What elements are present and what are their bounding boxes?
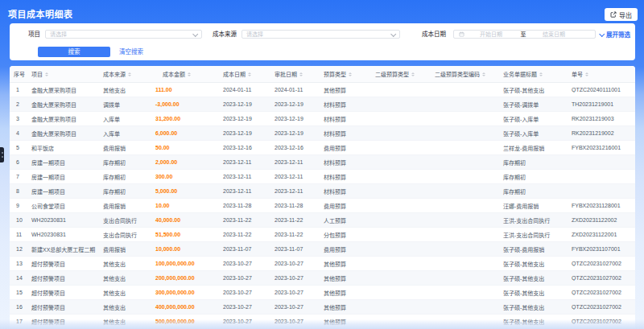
sort-icon[interactable] [349, 72, 352, 76]
table-row[interactable]: 16超付预警项目其他支出400,000,000.002023-10-272023… [10, 300, 635, 315]
cell-doc_no: QTZC20231027002 [570, 290, 635, 295]
cell-seq: 11 [10, 232, 30, 237]
column-header-amount[interactable]: 成本金额 [154, 70, 221, 78]
cell-budget_type: 费用预算 [322, 144, 374, 152]
cell-seq: 2 [10, 101, 30, 107]
project-select[interactable]: 请选择 [45, 30, 202, 39]
cell-amount: 200,000,000.00 [154, 275, 221, 281]
cell-approve_date: 2023-12-19 [273, 116, 322, 121]
column-header-budget_type[interactable]: 预算类型 [322, 70, 374, 78]
filter-panel: 项目 请选择 成本来源 请选择 成本日期 开始日期 至 结束日期 展开筛选 搜索… [10, 23, 635, 60]
sort-icon[interactable] [128, 72, 131, 76]
table-row[interactable]: 15超付预警项目其他支出300,000,000.002023-10-272023… [10, 286, 635, 300]
cell-amount: -3,000.00 [154, 101, 221, 107]
cell-doc_no: RK20231219003 [570, 116, 635, 121]
export-button[interactable]: 导出 [605, 8, 638, 21]
cell-approve_date: 2023-10-27 [273, 275, 322, 281]
cell-approve_date: 2023-11-07 [273, 246, 322, 252]
chevron-down-icon [391, 32, 395, 36]
project-filter-label: 项目 [16, 30, 40, 39]
table-row[interactable]: 12新建XX总部大厦工程二期费用报销10,000.002023-11-07202… [10, 242, 635, 257]
cell-source: 其他支出 [101, 318, 154, 326]
start-date-placeholder[interactable]: 开始日期 [464, 30, 518, 38]
table-row[interactable]: 13超付预警项目其他支出100,000,000.002023-10-272023… [10, 257, 635, 271]
column-header-budget_type2[interactable]: 二级预算类型 [374, 70, 433, 78]
column-header-doc_title[interactable]: 业务单据标题 [502, 70, 570, 78]
cell-doc_title: 王洪-支出合同执行 [502, 231, 570, 239]
cell-seq: 1 [10, 87, 30, 93]
sort-icon[interactable] [585, 72, 588, 76]
search-button[interactable]: 搜索 [38, 47, 110, 58]
column-header-doc_no[interactable]: 单号 [570, 70, 635, 78]
sort-icon[interactable] [411, 72, 415, 76]
cell-approve_date: 2023-12-11 [273, 174, 322, 179]
cell-source: 费用报销 [101, 202, 154, 210]
cost-date-range-input[interactable]: 开始日期 至 结束日期 [453, 30, 596, 39]
cell-seq: 16 [10, 304, 30, 310]
cell-doc_no: QTZC20240111001 [570, 87, 635, 93]
cell-cost_date: 2023-12-11 [221, 188, 273, 194]
sort-icon[interactable] [188, 72, 191, 76]
cell-source: 调拨单 [101, 101, 154, 109]
table-row[interactable]: 7房建一期项目库存期初300.002023-12-112023-12-11材料预… [10, 170, 635, 184]
cell-budget_type: 材料预算 [322, 130, 374, 138]
table-row[interactable]: 3金融大厦采购项目入库单31,200.002023-12-192023-12-1… [10, 112, 635, 126]
clear-search-button[interactable]: 清空搜索 [119, 47, 143, 58]
table-row[interactable]: 9公司食堂项目费用报销10.002023-11-282023-11-28费用预算… [10, 199, 635, 213]
page-header: 项目成本明细表 导出 [0, 0, 644, 23]
sort-icon[interactable] [45, 72, 48, 76]
table-row[interactable]: 8房建一期项目库存期初5,000.002023-12-112023-12-11材… [10, 184, 635, 199]
table-header-row: 序号项目成本来源成本金额成本日期审批日期预算类型二级预算类型二级预算类型编码业务… [10, 66, 635, 83]
cell-amount: 10,000.00 [154, 246, 221, 252]
cell-approve_date: 2023-10-27 [273, 304, 322, 310]
column-header-approve_date[interactable]: 审批日期 [273, 70, 322, 78]
table-row[interactable]: 14超付预警项目其他支出200,000,000.002023-10-272023… [10, 271, 635, 286]
sort-icon[interactable] [248, 72, 251, 76]
cell-source: 其他支出 [101, 289, 154, 297]
cell-project: 超付预警项目 [30, 303, 101, 311]
cost-source-select-placeholder: 请选择 [246, 30, 391, 38]
table-row[interactable]: 1金融大厦采购项目其他支出111.002024-01-112024-01-11其… [10, 83, 635, 97]
cell-amount: 300.00 [154, 174, 221, 179]
cell-budget_type: 人工预算 [322, 216, 374, 224]
expand-filters-link[interactable]: 展开筛选 [599, 29, 630, 39]
table-row[interactable]: 5和平饭店费用报销50.002023-12-162023-12-16费用预算兰祥… [10, 141, 635, 155]
column-header-project[interactable]: 项目 [30, 70, 101, 78]
column-header-budget_code[interactable]: 二级预算类型编码 [433, 70, 502, 78]
cost-source-select[interactable]: 请选择 [242, 30, 400, 39]
cell-budget_type: 材料预算 [322, 173, 374, 181]
table-row[interactable]: 11WH20230831支出合同执行51,500.002023-11-22202… [10, 228, 635, 242]
cell-cost_date: 2023-12-19 [221, 101, 273, 107]
table-row[interactable]: 17超付预警项目其他支出500,000,000.002023-10-272023… [10, 315, 635, 329]
cell-doc_title: 汪娜-费用报销 [502, 202, 570, 210]
end-date-placeholder[interactable]: 结束日期 [529, 30, 579, 38]
cell-doc_title: 王洪-支出合同执行 [502, 216, 570, 224]
table-row[interactable]: 6房建一期项目库存期初2,000.002023-12-112023-12-11材… [10, 155, 635, 170]
cell-doc_title: 库存期初 [502, 158, 570, 167]
cell-cost_date: 2023-11-07 [221, 246, 273, 252]
cell-project: 金融大厦采购项目 [30, 86, 101, 94]
cell-project: 金融大厦采购项目 [30, 115, 101, 123]
table-row[interactable]: 4金融大厦采购项目入库单6,000.002023-12-192023-12-19… [10, 126, 635, 141]
cell-approve_date: 2023-12-11 [273, 188, 322, 194]
sort-icon[interactable] [299, 72, 303, 76]
cell-doc_no: RK20231219002 [570, 130, 635, 136]
sort-icon[interactable] [482, 72, 485, 76]
column-header-source[interactable]: 成本来源 [101, 70, 154, 78]
table-row[interactable]: 2金融大厦采购项目调拨单-3,000.002023-12-192023-12-1… [10, 97, 635, 112]
column-header-cost_date[interactable]: 成本日期 [221, 70, 273, 78]
table-row[interactable]: 10WH20230831支出合同执行40,000.002023-11-22202… [10, 213, 635, 228]
sort-icon[interactable] [539, 72, 543, 76]
column-header-label: 项目 [31, 70, 43, 78]
cell-source: 支出合同执行 [101, 216, 154, 224]
cell-seq: 9 [10, 203, 30, 208]
cell-source: 费用报销 [101, 245, 154, 253]
cell-amount: 31,200.00 [154, 116, 221, 121]
cell-doc_no: QTZC20231027002 [570, 261, 635, 266]
cell-source: 其他支出 [101, 86, 154, 94]
cost-source-filter-label: 成本来源 [209, 30, 237, 39]
cell-budget_type: 费用预算 [322, 202, 374, 210]
cell-cost_date: 2023-10-27 [221, 304, 273, 310]
collapsed-drawer-handle[interactable] [0, 147, 4, 162]
cell-doc_title: 张子硕-其他支出 [502, 303, 570, 311]
